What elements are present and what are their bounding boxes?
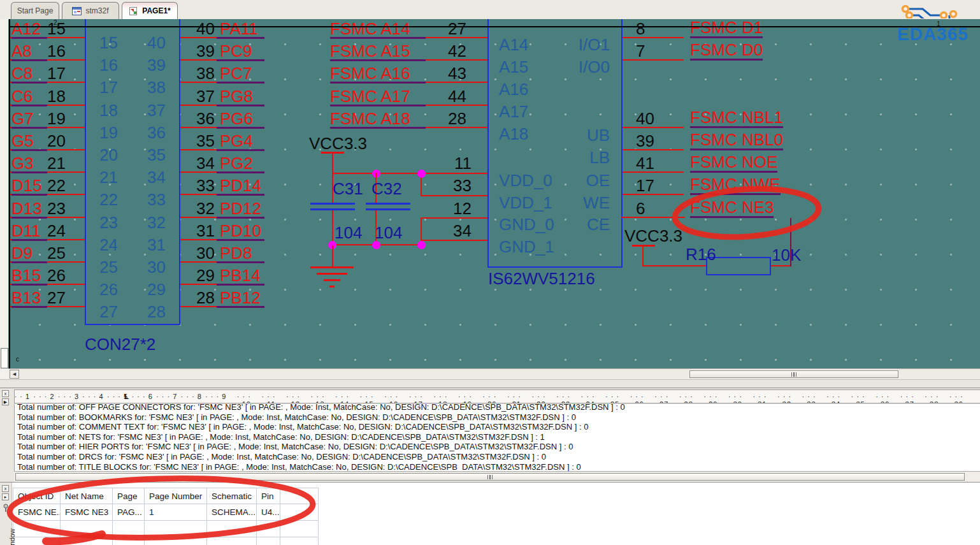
net-label[interactable]: PD8	[220, 245, 252, 261]
net-label[interactable]: C8	[11, 65, 32, 82]
net-label[interactable]: PD10	[220, 222, 261, 239]
table-cell[interactable]	[257, 537, 280, 545]
table-cell[interactable]: PAG...	[113, 504, 145, 521]
net-label[interactable]: FSMC D1	[690, 19, 763, 38]
sram-refdes[interactable]: IS62WV51216	[488, 270, 595, 287]
pin-number[interactable]: 34	[443, 222, 472, 239]
table-cell[interactable]: SCHEMA...	[207, 504, 257, 521]
power-label-vcc[interactable]: VCC3.3	[624, 228, 682, 244]
table-cell[interactable]	[13, 537, 61, 545]
net-label[interactable]: D15	[11, 177, 42, 194]
connector-refdes[interactable]: CON27*2	[85, 336, 155, 352]
expand-arrow-icon[interactable]: ▸	[2, 493, 9, 500]
net-label[interactable]: PG4	[220, 133, 253, 149]
resistor-refdes[interactable]: R16	[686, 246, 716, 263]
pin-number[interactable]: 33	[188, 177, 215, 194]
capacitor-value[interactable]: 104	[335, 224, 362, 241]
pin-number[interactable]: 32	[188, 200, 215, 217]
pin-number[interactable]: 19	[47, 110, 66, 127]
tab-stm32f[interactable]: stm32f	[62, 2, 119, 19]
net-label[interactable]: PG2	[220, 155, 253, 171]
expand-arrow-icon[interactable]: ▶	[2, 398, 9, 405]
pin-number[interactable]: 28	[448, 110, 466, 127]
net-label[interactable]: PD12	[220, 200, 261, 217]
net-label[interactable]: FSMC A15	[330, 43, 410, 59]
net-label[interactable]: C6	[11, 88, 32, 105]
pin-number[interactable]: 44	[448, 88, 466, 105]
pin-number[interactable]: 17	[636, 177, 654, 194]
net-label[interactable]: PC7	[220, 65, 252, 82]
log-scrollbar-thumb[interactable]	[15, 473, 965, 481]
net-label[interactable]: G5	[11, 133, 34, 149]
table-cell[interactable]	[207, 537, 257, 545]
pin-number[interactable]: 17	[47, 65, 66, 82]
net-label[interactable]: FSMC A14	[330, 20, 410, 37]
table-cell[interactable]	[207, 521, 257, 537]
pin-number[interactable]: 30	[188, 245, 215, 261]
pin-number[interactable]: 33	[443, 177, 472, 194]
table-header-cell[interactable]	[280, 488, 319, 504]
close-icon[interactable]: x	[2, 485, 9, 492]
table-header-cell[interactable]: Page Number	[145, 488, 207, 504]
pin-icon[interactable]	[2, 504, 10, 512]
capacitor-refdes[interactable]: C32	[371, 180, 402, 197]
table-cell[interactable]	[113, 537, 145, 545]
net-label[interactable]: PB14	[220, 267, 261, 284]
pin-number[interactable]: 38	[188, 65, 215, 82]
net-label[interactable]: FSMC D0	[690, 41, 763, 61]
table-cell[interactable]	[61, 537, 113, 545]
net-label[interactable]: D11	[11, 222, 41, 239]
table-cell[interactable]	[13, 521, 61, 537]
pin-number[interactable]: 15	[47, 20, 66, 37]
pin-number[interactable]: 20	[47, 133, 66, 149]
net-label[interactable]: FSMC NWE	[690, 176, 781, 195]
net-label[interactable]: PA11	[220, 20, 258, 37]
pin-number[interactable]: 37	[188, 88, 215, 105]
net-label[interactable]: B15	[11, 267, 41, 284]
pin-number[interactable]: 34	[188, 155, 215, 171]
table-header-cell[interactable]: Pin	[257, 488, 280, 504]
net-label[interactable]: FSMC NE3	[690, 199, 774, 218]
pin-number[interactable]: 43	[448, 65, 466, 82]
capacitor-value[interactable]: 104	[375, 224, 402, 241]
pin-number[interactable]: 6	[636, 200, 645, 217]
pin-number[interactable]: 26	[47, 267, 66, 284]
vertical-scrollbar[interactable]	[0, 19, 9, 379]
table-cell[interactable]	[257, 521, 280, 537]
net-label[interactable]: FSMC A18	[330, 110, 410, 127]
net-label[interactable]: A12	[11, 20, 41, 37]
pin-number[interactable]: 11	[443, 155, 472, 171]
tab-page1[interactable]: PAGE1*	[122, 2, 178, 19]
pin-number[interactable]: 12	[443, 200, 472, 217]
net-label[interactable]: FSMC NBL1	[690, 109, 783, 128]
pin-number[interactable]: 16	[47, 43, 66, 59]
table-cell[interactable]	[280, 521, 319, 537]
pin-number[interactable]: 39	[188, 43, 215, 59]
pin-number[interactable]: 7	[636, 43, 645, 59]
pin-number[interactable]: 8	[636, 20, 645, 37]
net-label[interactable]: D13	[11, 200, 42, 217]
table-header-cell[interactable]: Net Name	[61, 488, 113, 504]
horizontal-scrollbar[interactable]: ◀	[8, 368, 980, 379]
net-label[interactable]: A8	[11, 43, 32, 59]
pin-number[interactable]: 18	[47, 88, 66, 105]
table-cell[interactable]	[280, 537, 319, 545]
vertical-scrollbar-thumb[interactable]	[1, 348, 8, 368]
pin-number[interactable]: 40	[636, 110, 654, 127]
pin-number[interactable]: 27	[47, 289, 66, 306]
net-label[interactable]: D9	[11, 245, 32, 261]
net-label[interactable]: PG6	[220, 110, 253, 127]
net-label[interactable]: PD14	[220, 177, 261, 194]
power-label-vcc[interactable]: VCC3.3	[309, 135, 367, 152]
net-label[interactable]: PC9	[220, 43, 252, 59]
net-label[interactable]: FSMC A17	[330, 88, 410, 105]
log-horizontal-scrollbar[interactable]	[14, 471, 980, 483]
table-cell[interactable]	[280, 504, 319, 521]
net-label[interactable]: FSMC NOE	[690, 154, 777, 173]
pin-number[interactable]: 42	[448, 43, 466, 59]
pin-number[interactable]: 35	[188, 133, 215, 149]
table-header-cell[interactable]: Object ID	[13, 488, 61, 504]
net-label[interactable]: G3	[11, 155, 34, 171]
scroll-left-arrow-icon[interactable]: ◀	[10, 370, 19, 379]
pin-number[interactable]: 27	[448, 20, 466, 37]
